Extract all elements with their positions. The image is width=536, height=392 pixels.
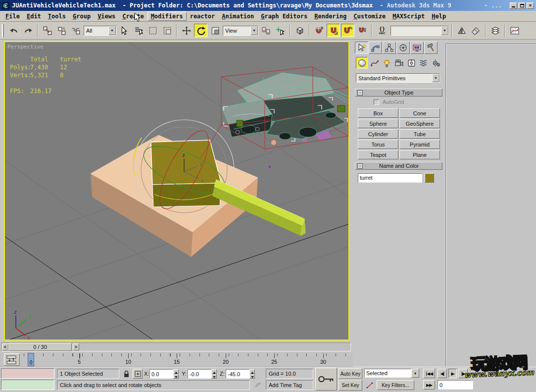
time-slider-prev-button[interactable]: < (2, 343, 8, 350)
category-geometry[interactable] (356, 57, 368, 69)
category-shapes[interactable] (368, 57, 380, 69)
mini-curve-editor-button[interactable] (4, 353, 20, 366)
chevron-down-icon[interactable]: ▼ (432, 74, 439, 82)
key-mode-dropdown[interactable]: Selected (364, 369, 411, 378)
redo-button[interactable] (21, 24, 35, 37)
toolbar-drag-handle[interactable] (2, 24, 4, 37)
turret-object-selected[interactable] (151, 140, 221, 207)
z-coordinate-field[interactable]: -45.0 (226, 369, 249, 379)
collapse-icon[interactable]: - (357, 163, 363, 169)
box-button[interactable]: Box (358, 108, 398, 118)
minimize-button[interactable] (510, 2, 517, 9)
tab-motion[interactable] (396, 42, 410, 54)
auto-key-button[interactable]: Auto Key (339, 368, 362, 379)
teapot-button[interactable]: Teapot (358, 150, 398, 159)
x-spinner[interactable] (173, 369, 179, 379)
layer-manager-button[interactable] (488, 24, 502, 37)
object-name-field[interactable]: turret (358, 173, 422, 183)
vehicle-wireframe[interactable] (222, 73, 348, 145)
menu-group[interactable]: Group (69, 12, 94, 21)
tab-create[interactable] (355, 42, 368, 54)
select-object-button[interactable] (117, 24, 131, 37)
category-lights[interactable] (381, 57, 392, 69)
autogrid-checkbox[interactable] (374, 99, 379, 105)
edit-named-selections-button[interactable]: {} ABC (375, 24, 390, 37)
category-spacewarps[interactable] (418, 57, 430, 69)
goto-start-button[interactable]: |◀◀ (423, 369, 435, 378)
select-and-link-button[interactable] (41, 24, 54, 37)
primitives-category-dropdown[interactable]: Standard Primitives ▼ (356, 73, 440, 83)
add-time-tag[interactable]: Add Time Tag (266, 380, 313, 390)
tab-modify[interactable] (369, 42, 382, 54)
plane-button[interactable]: Plane (399, 150, 440, 159)
align-button[interactable] (469, 24, 483, 37)
category-systems[interactable] (430, 57, 442, 69)
set-key-button[interactable]: Set Key (339, 380, 362, 391)
menu-graph-editors[interactable]: Graph Editors (257, 12, 311, 21)
absolute-offset-toggle[interactable] (133, 369, 143, 379)
key-mode-dropdown-arrow[interactable]: ▼ (411, 369, 419, 378)
category-cameras[interactable] (393, 57, 405, 69)
maxscript-mini-listener-green[interactable] (1, 380, 54, 390)
close-button[interactable]: × (527, 2, 534, 9)
viewport-label[interactable]: Perspective (7, 44, 44, 50)
spinner-snap-button[interactable] (355, 24, 369, 37)
communicator-button[interactable] (252, 380, 264, 390)
play-button[interactable]: ▶ (448, 369, 457, 378)
percent-snap-button[interactable]: % (341, 24, 354, 37)
maxscript-mini-listener-pink[interactable] (1, 368, 54, 379)
tab-utilities[interactable] (424, 42, 438, 54)
keyboard-override-button[interactable] (293, 24, 306, 37)
y-coordinate-field[interactable]: -0.0 (188, 369, 211, 379)
menu-tools[interactable]: Tools (45, 12, 69, 21)
curve-editor-button[interactable] (508, 24, 521, 37)
menu-maxscript[interactable]: MAXScript (389, 12, 428, 21)
rollout-name-color[interactable]: - Name and Color (355, 162, 442, 170)
mirror-button[interactable] (455, 24, 468, 37)
select-and-scale-button[interactable] (208, 24, 222, 37)
object-color-swatch[interactable] (425, 173, 434, 183)
selection-lock-toggle[interactable] (121, 369, 131, 379)
maximize-button[interactable] (518, 2, 526, 9)
menu-help[interactable]: Help (428, 12, 449, 21)
torus-button[interactable]: Torus (358, 140, 398, 149)
sphere-button[interactable]: Sphere (358, 119, 398, 128)
select-by-name-button[interactable] (132, 24, 145, 37)
chevron-down-icon[interactable]: ▼ (108, 26, 116, 35)
menu-animation[interactable]: Animation (218, 12, 257, 21)
set-keys-button[interactable] (315, 368, 337, 391)
time-slider-thumb[interactable]: 0 / 30 (8, 343, 72, 351)
reference-coordinate-dropdown[interactable]: View ▼ (223, 26, 258, 36)
menu-customize[interactable]: Customize (350, 12, 389, 21)
tube-button[interactable]: Tube (399, 129, 440, 139)
chevron-down-icon[interactable]: ▼ (441, 26, 448, 35)
select-and-rotate-button[interactable] (194, 24, 207, 37)
cone-button[interactable]: Cone (399, 108, 440, 118)
time-slider-next-button[interactable]: > (73, 343, 79, 350)
menu-reactor[interactable]: reactor (187, 12, 219, 21)
cylinder-button[interactable]: Cylinder (358, 129, 398, 139)
key-filters-button[interactable]: Key Filters... (377, 380, 414, 390)
z-spinner[interactable] (249, 369, 255, 379)
undo-button[interactable] (7, 24, 20, 37)
tab-display[interactable] (410, 42, 424, 54)
unlink-button[interactable] (55, 24, 68, 37)
collapse-icon[interactable]: - (357, 90, 363, 96)
tab-hierarchy[interactable] (383, 42, 396, 54)
select-and-manipulate-button[interactable] (274, 24, 287, 37)
snap-toggle-3d-button[interactable]: 3 (312, 24, 326, 37)
menu-views[interactable]: Views (94, 12, 119, 21)
window-crossing-toggle-button[interactable] (160, 24, 174, 37)
trackbar-frame-handle[interactable]: 0 (28, 353, 34, 366)
key-mode-toggle-button[interactable]: ▶▶ (423, 380, 435, 390)
menu-rendering[interactable]: Rendering (311, 12, 350, 21)
menu-edit[interactable]: Edit (23, 12, 45, 21)
bind-to-spacewarp-button[interactable] (69, 24, 83, 37)
pyramid-button[interactable]: Pyramid (399, 140, 440, 149)
chevron-down-icon[interactable]: ▼ (250, 26, 258, 35)
rollout-object-type[interactable]: - Object Type (355, 89, 442, 97)
selection-filter-dropdown[interactable]: All ▼ (84, 26, 116, 36)
rectangular-selection-button[interactable] (146, 24, 159, 37)
perspective-viewport[interactable]: z y x (4, 41, 349, 341)
menu-file[interactable]: File (2, 12, 23, 21)
